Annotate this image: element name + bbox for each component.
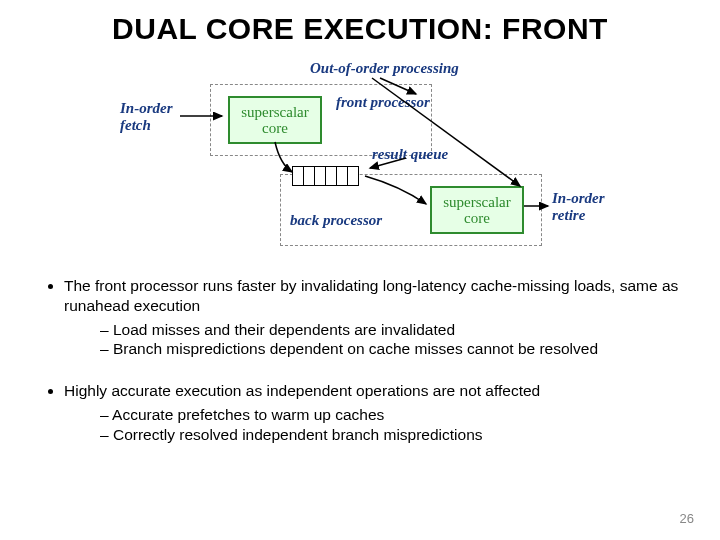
result-queue-box	[292, 166, 359, 186]
bullet-1-sub-1: Branch mispredictions dependent on cache…	[100, 339, 680, 359]
bullet-2-text: Highly accurate execution as independent…	[64, 382, 540, 399]
label-front-processor: front processor	[336, 94, 430, 111]
label-back-processor: back processor	[290, 212, 382, 229]
bullet-2-sub-1: Correctly resolved independent branch mi…	[100, 425, 680, 445]
bullet-2-sub-0: Accurate prefetches to warm up caches	[100, 405, 680, 425]
label-inorder-fetch: In-order fetch	[120, 100, 173, 133]
bullet-content: The front processor runs faster by inval…	[0, 254, 720, 445]
page-number: 26	[680, 511, 694, 526]
bullet-1-text: The front processor runs faster by inval…	[64, 277, 678, 314]
page-title: DUAL CORE EXECUTION: FRONT	[0, 0, 720, 46]
back-core-box: superscalar core	[430, 186, 524, 234]
bullet-1: The front processor runs faster by inval…	[64, 276, 680, 359]
label-ooo-processing: Out-of-order processing	[310, 60, 459, 77]
label-inorder-retire: In-order retire	[552, 190, 605, 223]
label-result-queue: result queue	[372, 146, 448, 163]
bullet-2: Highly accurate execution as independent…	[64, 381, 680, 444]
front-core-box: superscalar core	[228, 96, 322, 144]
bullet-1-sub-0: Load misses and their dependents are inv…	[100, 320, 680, 340]
architecture-diagram: superscalar core superscalar core In-ord…	[110, 64, 610, 254]
